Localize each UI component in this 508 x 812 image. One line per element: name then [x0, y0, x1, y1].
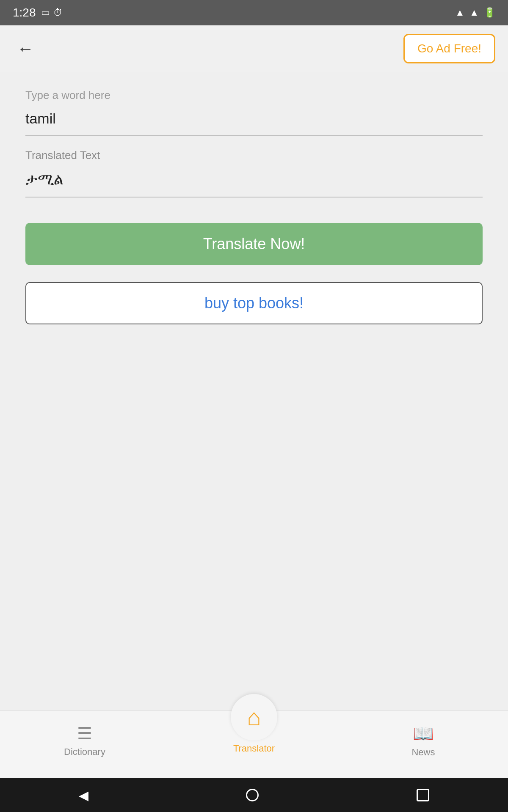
- go-ad-free-button[interactable]: Go Ad Free!: [403, 34, 495, 63]
- nav-label-news: News: [411, 747, 435, 758]
- input-label: Type a word here: [25, 89, 483, 102]
- dictionary-icon: ☰: [77, 724, 92, 743]
- wifi-icon: ▲: [455, 7, 464, 18]
- android-back-button[interactable]: ◀: [79, 788, 88, 803]
- input-section: Type a word here tamil Translated Text ታ…: [25, 89, 483, 214]
- translated-divider: [25, 197, 483, 198]
- translated-label: Translated Text: [25, 149, 483, 162]
- translate-now-button[interactable]: Translate Now!: [25, 223, 483, 265]
- status-time: 1:28: [13, 6, 36, 19]
- buy-books-button[interactable]: buy top books!: [25, 282, 483, 324]
- nav-item-dictionary[interactable]: ☰ Dictionary: [0, 715, 169, 757]
- nav-label-dictionary: Dictionary: [64, 746, 105, 757]
- top-bar: ← Go Ad Free!: [0, 25, 508, 72]
- sim-card-icon: ▭: [41, 7, 50, 18]
- nav-item-news[interactable]: 📖 News: [339, 715, 508, 758]
- main-content: Type a word here tamil Translated Text ታ…: [0, 72, 508, 710]
- bottom-nav: ☰ Dictionary ⌂ Translator 📖 News: [0, 710, 508, 778]
- android-nav: ◀: [0, 778, 508, 812]
- nav-item-translator[interactable]: ⌂ Translator: [169, 694, 339, 754]
- home-icon: ⌂: [247, 704, 261, 731]
- translated-value: ታሚል: [25, 170, 483, 188]
- signal-icon: ▲: [469, 7, 479, 18]
- news-icon: 📖: [413, 724, 434, 743]
- translator-circle: ⌂: [231, 694, 277, 741]
- timer-icon: ⏱: [53, 7, 63, 18]
- android-recent-button[interactable]: [417, 789, 429, 801]
- android-home-button[interactable]: [246, 789, 259, 801]
- status-icons: ▭ ⏱: [41, 7, 63, 18]
- status-bar: 1:28 ▭ ⏱ ▲ ▲ 🔋: [0, 0, 508, 25]
- input-divider: [25, 135, 483, 136]
- nav-label-translator: Translator: [233, 743, 275, 754]
- back-button[interactable]: ←: [13, 35, 38, 63]
- status-bar-left: 1:28 ▭ ⏱: [13, 6, 63, 19]
- battery-icon: 🔋: [484, 7, 495, 18]
- status-bar-right: ▲ ▲ 🔋: [455, 7, 495, 18]
- input-value[interactable]: tamil: [25, 110, 483, 127]
